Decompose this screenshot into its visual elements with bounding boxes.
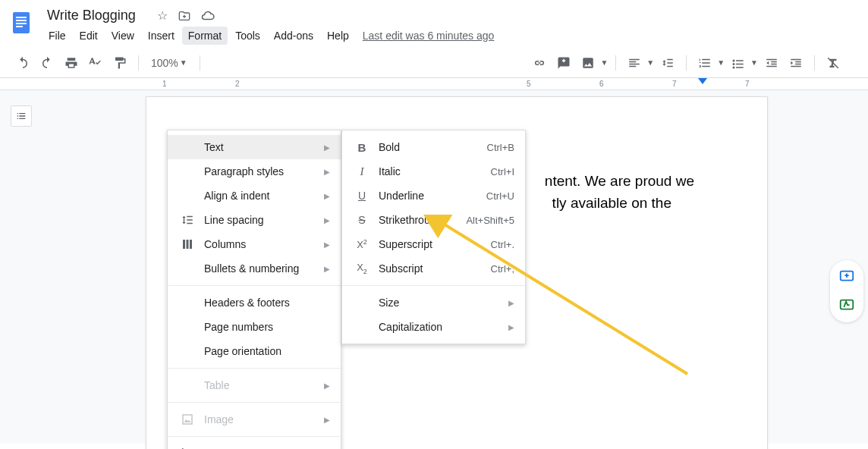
italic-icon: I xyxy=(353,165,371,178)
indent-button[interactable] xyxy=(785,52,807,74)
line-spacing-button[interactable] xyxy=(657,52,678,74)
insert-link-button[interactable] xyxy=(529,52,550,74)
toolbar-separator xyxy=(686,55,687,71)
docs-logo[interactable] xyxy=(6,8,36,38)
dropdown-arrow-icon[interactable]: ▼ xyxy=(600,58,608,67)
menu-format[interactable]: Format xyxy=(182,27,228,45)
menu-page-numbers[interactable]: Page numbers xyxy=(168,315,341,339)
menu-text[interactable]: Text▶ xyxy=(168,135,341,159)
svg-rect-2 xyxy=(16,20,27,21)
superscript-icon: X2 xyxy=(353,238,371,250)
submenu-subscript[interactable]: X2SubscriptCtrl+, xyxy=(342,256,525,281)
menu-columns[interactable]: Columns▶ xyxy=(168,232,341,256)
undo-button[interactable] xyxy=(12,52,33,74)
document-viewport: 1 2 5 6 7 7 ntent. We are proud we tly a… xyxy=(0,78,868,444)
align-button[interactable] xyxy=(624,52,645,74)
text-submenu-popup: BBoldCtrl+B IItalicCtrl+I UUnderlineCtrl… xyxy=(341,130,526,344)
menu-table[interactable]: Table▶ xyxy=(168,373,341,397)
app-header: Write Blogging ☆ File Edit View Insert F… xyxy=(0,0,868,45)
menu-insert[interactable]: Insert xyxy=(142,27,181,45)
submenu-bold[interactable]: BBoldCtrl+B xyxy=(342,135,525,159)
menu-addons[interactable]: Add-ons xyxy=(268,27,319,45)
ruler-tick: 5 xyxy=(527,80,531,88)
menu-edit[interactable]: Edit xyxy=(74,27,104,45)
cloud-status-icon[interactable] xyxy=(201,9,215,22)
svg-rect-3 xyxy=(16,23,27,24)
menu-line-spacing[interactable]: Line spacing▶ xyxy=(168,208,341,232)
submenu-superscript[interactable]: X2SuperscriptCtrl+. xyxy=(342,232,525,256)
ruler-tick: 7 xyxy=(745,80,750,88)
insert-image-button[interactable] xyxy=(577,52,599,74)
add-comment-button[interactable] xyxy=(553,52,574,74)
menu-separator xyxy=(168,368,341,369)
format-menu-popup: Text▶ Paragraph styles▶ Align & indent▶ … xyxy=(167,130,341,449)
bold-icon: B xyxy=(353,141,371,154)
ruler-tick: 1 xyxy=(162,80,167,88)
suggest-edits-bubble[interactable] xyxy=(833,295,860,316)
columns-icon xyxy=(178,237,197,251)
outline-toggle-button[interactable] xyxy=(11,105,32,127)
dropdown-arrow-icon[interactable]: ▼ xyxy=(646,58,654,67)
menu-paragraph-styles[interactable]: Paragraph styles▶ xyxy=(168,159,341,184)
ruler-tick: 7 xyxy=(672,80,677,88)
last-edit-link[interactable]: Last edit was 6 minutes ago xyxy=(363,27,495,45)
submenu-capitalization[interactable]: Capitalization▶ xyxy=(342,315,525,339)
menu-separator xyxy=(342,285,525,286)
menu-image[interactable]: Image▶ xyxy=(168,407,341,432)
toolbar-separator xyxy=(615,55,616,71)
redo-button[interactable] xyxy=(36,52,58,74)
svg-rect-4 xyxy=(16,26,23,27)
move-icon[interactable] xyxy=(178,9,193,22)
menu-separator xyxy=(168,402,341,403)
ruler-indent-marker[interactable] xyxy=(698,78,707,84)
star-icon[interactable]: ☆ xyxy=(157,9,168,22)
image-icon xyxy=(178,413,197,426)
toolbar-separator xyxy=(138,55,139,71)
menu-bullets-numbering[interactable]: Bullets & numbering▶ xyxy=(168,256,341,281)
submenu-size[interactable]: Size▶ xyxy=(342,290,525,315)
subscript-icon: X2 xyxy=(353,262,371,275)
ruler-tick: 6 xyxy=(599,80,604,88)
ruler-tick: 2 xyxy=(235,80,240,88)
bulleted-list-button[interactable] xyxy=(728,52,749,74)
menu-file[interactable]: File xyxy=(42,27,72,45)
dropdown-arrow-icon[interactable]: ▼ xyxy=(750,58,758,67)
document-title[interactable]: Write Blogging xyxy=(42,6,140,25)
paint-format-button[interactable] xyxy=(109,52,131,74)
toolbar: 100%▼ ▼ ▼ ▼ ▼ xyxy=(0,48,868,78)
spellcheck-button[interactable] xyxy=(85,52,106,74)
menu-page-orientation[interactable]: Page orientation xyxy=(168,339,341,363)
print-button[interactable] xyxy=(61,52,82,74)
menu-separator xyxy=(168,285,341,286)
title-actions: ☆ xyxy=(149,8,215,24)
text-line-2: tly available on the xyxy=(552,192,671,214)
svg-rect-1 xyxy=(16,17,27,18)
underline-icon: U xyxy=(353,190,371,202)
strikethrough-icon: S xyxy=(353,214,371,226)
menu-tools[interactable]: Tools xyxy=(229,27,266,45)
submenu-underline[interactable]: UUnderlineCtrl+U xyxy=(342,184,525,208)
menu-separator xyxy=(168,436,341,437)
submenu-strikethrough[interactable]: SStrikethroughAlt+Shift+5 xyxy=(342,208,525,232)
menu-align-indent[interactable]: Align & indent▶ xyxy=(168,184,341,208)
toolbar-separator xyxy=(814,55,815,71)
numbered-list-button[interactable] xyxy=(694,52,715,74)
menu-headers-footers[interactable]: Headers & footers xyxy=(168,290,341,315)
submenu-italic[interactable]: IItalicCtrl+I xyxy=(342,159,525,184)
zoom-select[interactable]: 100%▼ xyxy=(146,57,192,69)
text-line-1: ntent. We are proud we xyxy=(545,173,694,189)
dropdown-arrow-icon[interactable]: ▼ xyxy=(717,58,725,67)
menu-help[interactable]: Help xyxy=(321,27,355,45)
add-comment-bubble[interactable] xyxy=(833,266,860,287)
clear-formatting-button[interactable] xyxy=(822,52,844,74)
outdent-button[interactable] xyxy=(761,52,782,74)
menu-view[interactable]: View xyxy=(105,27,140,45)
toolbar-separator xyxy=(200,55,200,71)
line-spacing-icon xyxy=(178,213,197,227)
ruler[interactable]: 1 2 5 6 7 7 xyxy=(0,78,868,90)
menu-clear-formatting[interactable]: Clear formattingCtrl+\ xyxy=(168,441,341,449)
explore-panel xyxy=(830,260,863,322)
menubar: File Edit View Insert Format Tools Add-o… xyxy=(36,27,494,45)
